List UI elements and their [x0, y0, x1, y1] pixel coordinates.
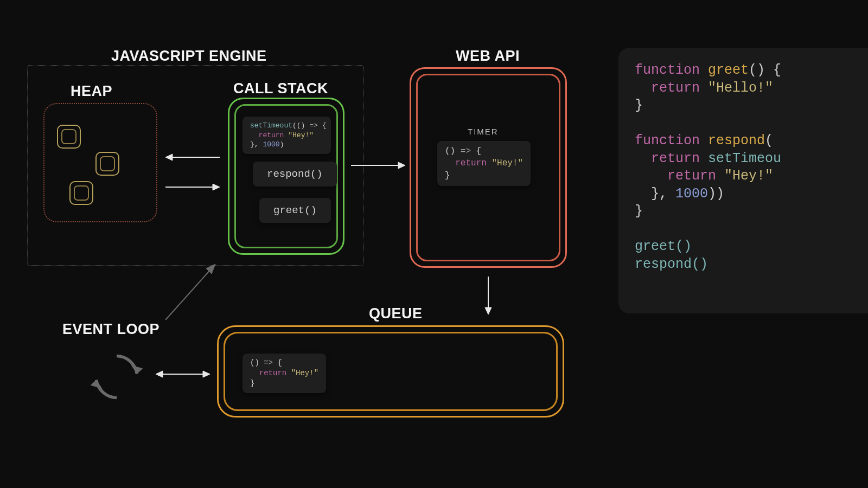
stack-frame-settimeout: setTimeout(() => { return "Hey!" }, 1000… — [242, 117, 331, 154]
queue-title: QUEUE — [369, 305, 423, 322]
arrow-left-heap — [163, 182, 222, 192]
event-loop-icon — [87, 347, 146, 407]
heap-object-inner — [61, 129, 76, 144]
svg-marker-3 — [213, 184, 220, 190]
svg-marker-12 — [203, 371, 210, 377]
timer-label: TIMER — [468, 127, 499, 136]
stack-frame-respond: respond() — [253, 162, 337, 187]
arrow-right-heap — [163, 152, 222, 163]
arrow-to-webapi — [348, 160, 408, 171]
queue-callback-card: () => { return "Hey!" } — [242, 354, 326, 393]
code-panel: function greet() { return "Hello!" } fun… — [618, 48, 868, 313]
svg-line-8 — [165, 268, 212, 320]
arrow-to-queue — [483, 274, 494, 317]
engine-title: JAVASCRIPT ENGINE — [111, 48, 267, 65]
arrow-loop-queue — [153, 369, 213, 380]
svg-marker-11 — [156, 371, 163, 377]
webapi-title: WEB API — [456, 48, 520, 65]
svg-marker-1 — [165, 154, 173, 160]
heap-object-inner — [74, 185, 89, 201]
svg-marker-7 — [485, 307, 492, 314]
heap-object-inner — [100, 156, 115, 171]
svg-marker-14 — [91, 380, 103, 389]
svg-marker-13 — [131, 365, 143, 374]
webapi-callback-card: () => { return "Hey!" } — [437, 141, 531, 186]
stack-frame-greet: greet() — [259, 198, 331, 223]
arrow-queue-to-stack — [160, 260, 220, 325]
eventloop-title: EVENT LOOP — [62, 321, 159, 338]
svg-marker-5 — [398, 162, 405, 169]
